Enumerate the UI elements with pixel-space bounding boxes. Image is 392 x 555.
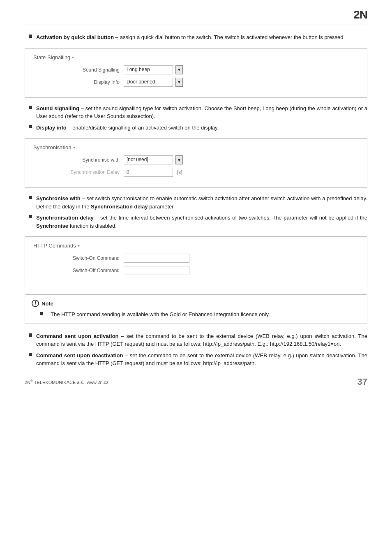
sync-delay-unit: [s] bbox=[177, 169, 182, 175]
bullet-activation: Activation by quick dial button – assign… bbox=[25, 33, 367, 42]
sound-signalling-label: Sound Signalling bbox=[50, 67, 124, 73]
sync-delay-value: 0 bbox=[124, 168, 173, 177]
bullet-icon bbox=[29, 353, 32, 356]
bullet-icon bbox=[29, 125, 32, 128]
bullet-icon bbox=[40, 312, 43, 315]
bullet-sync-delay: Synchronisation delay – set the time int… bbox=[25, 214, 367, 230]
bullet-sound: Sound signalling – set the sound signall… bbox=[25, 104, 367, 120]
header-bar: 2N bbox=[25, 8, 367, 25]
bullet-activation-text: Activation by quick dial button – assign… bbox=[36, 33, 345, 42]
synchronisation-box: Synchronisation ▾ Synchronise with [not … bbox=[25, 138, 367, 188]
chevron-down-icon: ▾ bbox=[78, 243, 80, 248]
switch-on-label: Switch-On Command bbox=[50, 255, 124, 261]
logo-2n: 2N bbox=[353, 8, 367, 21]
chevron-down-icon: ▾ bbox=[73, 145, 75, 150]
display-info-dropdown[interactable]: ▼ bbox=[175, 78, 183, 87]
switch-on-row: Switch-On Command bbox=[33, 254, 359, 263]
switch-off-label: Switch-Off Command bbox=[50, 268, 124, 273]
footer-left: 2N® TELEKOMUNIKACE a.s., www.2n.cz bbox=[25, 379, 108, 385]
bullet-icon bbox=[29, 333, 32, 337]
sound-signalling-dropdown[interactable]: ▼ bbox=[175, 65, 183, 74]
switch-off-input[interactable] bbox=[124, 266, 189, 275]
display-info-value: Door opened bbox=[124, 78, 173, 87]
sync-delay-row: Synchronisation Delay 0 [s] bbox=[33, 168, 359, 177]
info-icon: i bbox=[32, 300, 39, 307]
bullet-cmd-activation-text: Command sent upon activation – set the c… bbox=[36, 332, 367, 348]
bottom-bullets: Command sent upon activation – set the c… bbox=[25, 332, 367, 368]
bullet-display: Display info – enable/disable signalling… bbox=[25, 124, 367, 132]
note-box: i Note The HTTP command sending is avail… bbox=[25, 294, 367, 324]
note-bullet: The HTTP command sending is available wi… bbox=[32, 310, 360, 319]
display-info-row: Display Info Door opened ▼ bbox=[33, 78, 359, 87]
http-commands-title: HTTP Commands ▾ bbox=[33, 243, 359, 249]
note-header: i Note bbox=[32, 300, 360, 307]
switch-on-input[interactable] bbox=[124, 254, 189, 263]
top-bullets: Activation by quick dial button – assign… bbox=[25, 33, 367, 42]
sound-signalling-value: Long beep bbox=[124, 65, 173, 74]
bullet-icon bbox=[29, 35, 32, 38]
bullet-icon bbox=[29, 106, 32, 109]
sync-delay-control[interactable]: 0 [s] bbox=[124, 168, 182, 177]
switch-off-row: Switch-Off Command bbox=[33, 266, 359, 275]
state-signalling-box: State Signalling ▾ Sound Signalling Long… bbox=[25, 48, 367, 98]
sync-bullets: Synchronise with – set switch synchronis… bbox=[25, 194, 367, 230]
sound-signalling-control[interactable]: Long beep ▼ bbox=[124, 65, 183, 74]
switch-off-control[interactable] bbox=[124, 266, 189, 275]
sound-signalling-row: Sound Signalling Long beep ▼ bbox=[33, 65, 359, 74]
synchronise-with-label: Synchronise with bbox=[50, 157, 124, 163]
page-number: 37 bbox=[357, 377, 367, 387]
chevron-down-icon: ▾ bbox=[72, 55, 74, 60]
footer: 2N® TELEKOMUNIKACE a.s., www.2n.cz 37 bbox=[0, 373, 392, 391]
display-info-label: Display Info bbox=[50, 79, 124, 85]
bullet-sync-with-text: Synchronise with – set switch synchronis… bbox=[36, 194, 367, 210]
synchronisation-title: Synchronisation ▾ bbox=[33, 144, 359, 150]
display-info-control[interactable]: Door opened ▼ bbox=[124, 78, 183, 87]
note-title: Note bbox=[42, 301, 53, 307]
bullet-sync-delay-text: Synchronisation delay – set the time int… bbox=[36, 214, 367, 230]
bullet-sync-with: Synchronise with – set switch synchronis… bbox=[25, 194, 367, 210]
switch-on-control[interactable] bbox=[124, 254, 189, 263]
note-text: The HTTP command sending is available wi… bbox=[47, 310, 272, 319]
http-commands-box: HTTP Commands ▾ Switch-On Command Switch… bbox=[25, 236, 367, 286]
synchronise-with-dropdown[interactable]: ▼ bbox=[175, 155, 183, 164]
synchronise-with-value: [not used] bbox=[124, 155, 173, 164]
sync-delay-label: Synchronisation Delay bbox=[50, 169, 124, 175]
synchronise-with-row: Synchronise with [not used] ▼ bbox=[33, 155, 359, 164]
bullet-icon bbox=[29, 196, 32, 199]
synchronise-with-control[interactable]: [not used] ▼ bbox=[124, 155, 183, 164]
bullet-display-text: Display info – enable/disable signalling… bbox=[36, 124, 219, 132]
bullet-cmd-activation: Command sent upon activation – set the c… bbox=[25, 332, 367, 348]
state-signalling-title: State Signalling ▾ bbox=[33, 54, 359, 60]
bullet-icon bbox=[29, 215, 32, 218]
bullet-cmd-deactivation-text: Command sent upon deactivation – set the… bbox=[36, 352, 367, 368]
bullet-sound-text: Sound signalling – set the sound signall… bbox=[36, 104, 367, 120]
bullet-cmd-deactivation: Command sent upon deactivation – set the… bbox=[25, 352, 367, 368]
middle-bullets: Sound signalling – set the sound signall… bbox=[25, 104, 367, 132]
